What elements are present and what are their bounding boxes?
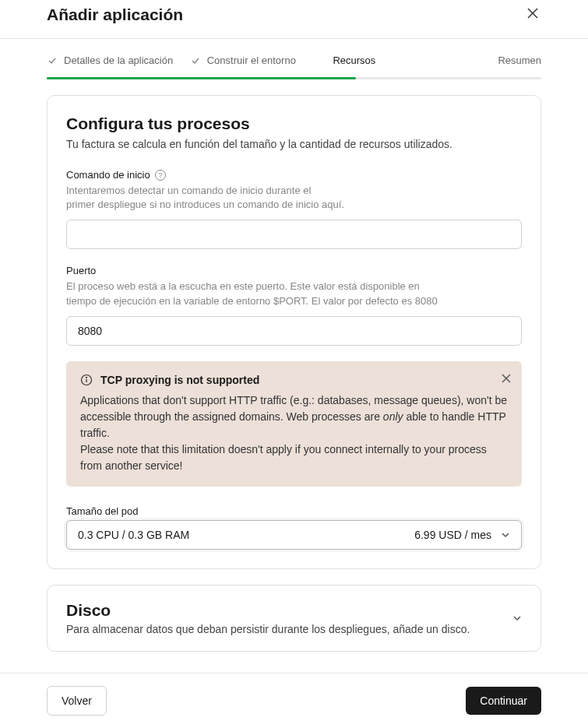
check-icon	[190, 55, 201, 66]
step-label: Recursos	[333, 55, 375, 66]
disk-subtitle: Para almacenar datos que deban persistir…	[66, 623, 470, 635]
disk-card[interactable]: Disco Para almacenar datos que deban per…	[47, 585, 541, 652]
page-title: Añadir aplicación	[47, 5, 183, 24]
svg-point-4	[86, 377, 87, 378]
step-label: Construir el entorno	[207, 55, 296, 66]
processes-title: Configura tus procesos	[66, 114, 522, 133]
disk-title: Disco	[66, 601, 470, 620]
progress-track	[47, 77, 541, 79]
start-command-label: Comando de inicio ?	[66, 169, 522, 181]
continue-button[interactable]: Continuar	[466, 687, 541, 715]
help-icon[interactable]: ?	[155, 170, 166, 181]
step-label: Detalles de la aplicación	[64, 55, 173, 66]
close-icon	[502, 374, 511, 383]
port-hint: El proceso web está a la escucha en este…	[66, 280, 522, 308]
pod-size-spec: 0.3 CPU / 0.3 GB RAM	[78, 529, 189, 541]
footer: Volver Continuar	[0, 673, 588, 728]
start-command-hint: Intentaremos detectar un comando de inic…	[66, 184, 522, 212]
info-icon	[80, 374, 93, 386]
check-icon	[47, 55, 58, 66]
chevron-down-icon	[501, 530, 510, 540]
step-resources[interactable]: Recursos	[333, 55, 463, 77]
pod-size-select[interactable]: 0.3 CPU / 0.3 GB RAM 6.99 USD / mes	[66, 520, 522, 550]
progress-fill	[47, 77, 356, 79]
close-icon	[527, 8, 538, 19]
pod-size-label: Tamaño del pod	[66, 505, 522, 517]
processes-subtitle: Tu factura se calcula en función del tam…	[66, 138, 522, 150]
step-build-env[interactable]: Construir el entorno	[190, 55, 321, 77]
port-input[interactable]	[66, 316, 522, 346]
alert-close-button[interactable]	[502, 372, 511, 386]
alert-body: Applications that don't support HTTP tra…	[80, 392, 508, 474]
alert-title: TCP proxying is not supported	[100, 374, 259, 386]
processes-card: Configura tus procesos Tu factura se cal…	[47, 95, 541, 569]
start-command-input[interactable]	[66, 220, 522, 249]
pod-size-price: 6.99 USD / mes	[414, 529, 491, 541]
port-label: Puerto	[66, 265, 522, 276]
steps-nav: Detalles de la aplicación Construir el e…	[0, 39, 588, 77]
step-summary[interactable]: Resumen	[476, 55, 541, 77]
step-app-details[interactable]: Detalles de la aplicación	[47, 55, 178, 77]
tcp-alert: TCP proxying is not supported Applicatio…	[66, 361, 522, 487]
step-label: Resumen	[498, 55, 541, 66]
close-button[interactable]	[524, 3, 541, 26]
back-button[interactable]: Volver	[47, 686, 107, 716]
chevron-down-icon	[512, 614, 522, 623]
